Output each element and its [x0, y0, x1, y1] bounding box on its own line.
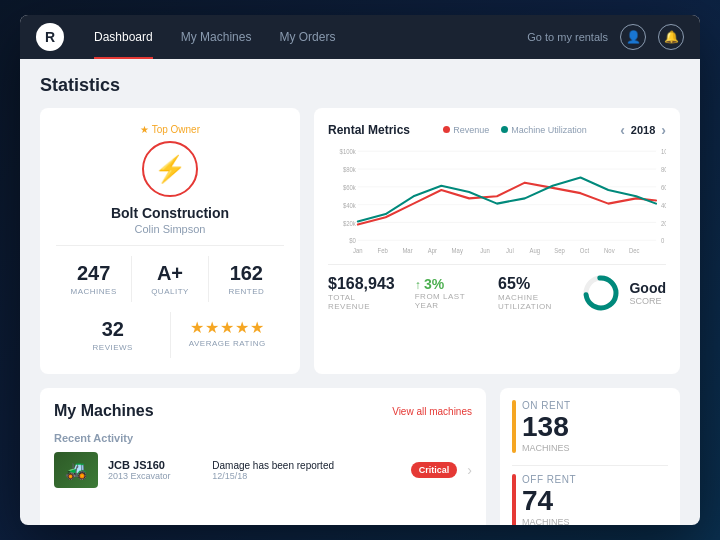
svg-text:$0: $0 — [349, 237, 356, 244]
chart-header: Rental Metrics Revenue Machine Utilizati… — [328, 122, 666, 138]
go-to-rentals[interactable]: Go to my rentals — [527, 31, 608, 43]
nav-machines[interactable]: My Machines — [167, 15, 266, 59]
rent-stats-card: On Rent 138 MACHINES Off Rent 74 MACHINE… — [500, 388, 680, 525]
rented-label: RENTED — [213, 287, 280, 296]
user-icon[interactable]: 👤 — [620, 24, 646, 50]
svg-text:Jan: Jan — [353, 247, 363, 254]
owner-sub: Colin Simpson — [135, 223, 206, 235]
svg-text:Mar: Mar — [402, 247, 412, 254]
statistics-title: Statistics — [40, 75, 680, 96]
bottom-grid: My Machines View all machines Recent Act… — [40, 388, 680, 525]
year-next[interactable]: › — [661, 122, 666, 138]
change-label: FROM LAST YEAR — [415, 292, 478, 310]
divider — [512, 465, 668, 466]
view-all-link[interactable]: View all machines — [392, 406, 472, 417]
machines-label: MACHINES — [60, 287, 127, 296]
activity-title: Recent Activity — [54, 432, 472, 444]
utilization-metric: 65% MACHINE UTILIZATION — [498, 275, 561, 311]
my-machines-header: My Machines View all machines — [54, 402, 472, 420]
chevron-right-icon[interactable]: › — [467, 462, 472, 478]
on-rent-section: On Rent 138 MACHINES — [512, 400, 668, 453]
svg-text:20%: 20% — [661, 219, 666, 226]
damage-date: 12/15/18 — [212, 471, 401, 481]
my-machines-title: My Machines — [54, 402, 154, 420]
chart-title: Rental Metrics — [328, 123, 410, 137]
svg-text:Feb: Feb — [378, 247, 389, 254]
damage-info: Damage has been reported 12/15/18 — [212, 460, 401, 481]
bolt-icon: ⚡ — [142, 141, 198, 197]
machine-info: JCB JS160 2013 Excavator — [108, 459, 202, 481]
svg-text:$100k: $100k — [340, 148, 357, 155]
my-machines-card: My Machines View all machines Recent Act… — [40, 388, 486, 525]
bell-icon[interactable]: 🔔 — [658, 24, 684, 50]
svg-text:Oct: Oct — [580, 247, 590, 254]
reviews-item: 32 REVIEWS — [56, 312, 171, 358]
rating-item: ★★★★★ AVERAGE RATING — [171, 312, 285, 358]
stat-machines: 247 MACHINES — [56, 256, 132, 302]
owner-card: Top Owner ⚡ Bolt Construction Colin Simp… — [40, 108, 300, 374]
svg-text:$40k: $40k — [343, 202, 357, 209]
logo[interactable]: R — [36, 23, 64, 51]
owner-section: Top Owner ⚡ Bolt Construction Colin Simp… — [56, 124, 284, 246]
off-rent-count: 74 — [522, 487, 668, 515]
critical-badge: Critical — [411, 462, 458, 478]
revenue-value: $168,943 — [328, 275, 395, 293]
stat-rented: 162 RENTED — [209, 256, 284, 302]
off-rent-section: Off Rent 74 MACHINES — [512, 474, 668, 525]
nav-links: Dashboard My Machines My Orders — [80, 15, 349, 59]
svg-text:60%: 60% — [661, 184, 666, 191]
total-revenue-metric: $168,943 TOTAL REVENUE — [328, 275, 395, 311]
machines-count: 247 — [60, 262, 127, 285]
chart-card: Rental Metrics Revenue Machine Utilizati… — [314, 108, 680, 374]
year-prev[interactable]: ‹ — [620, 122, 625, 138]
nav-right: Go to my rentals 👤 🔔 — [527, 24, 684, 50]
nav-orders[interactable]: My Orders — [265, 15, 349, 59]
reviews-label: REVIEWS — [60, 343, 166, 352]
svg-text:100%: 100% — [661, 148, 666, 155]
svg-text:Aug: Aug — [529, 247, 540, 254]
change-metric: 3% FROM LAST YEAR — [415, 276, 478, 310]
main-content: Statistics Top Owner ⚡ Bolt Construction… — [20, 59, 700, 525]
quality-value: A+ — [136, 262, 203, 285]
score-sublabel: SCORE — [629, 296, 666, 306]
navbar: R Dashboard My Machines My Orders Go to … — [20, 15, 700, 59]
stat-quality: A+ QUALITY — [132, 256, 208, 302]
svg-text:$60k: $60k — [343, 184, 357, 191]
on-rent-count: 138 — [522, 413, 668, 441]
machine-name: JCB JS160 — [108, 459, 202, 471]
rating-stars: ★★★★★ — [175, 318, 281, 337]
svg-text:Apr: Apr — [428, 247, 437, 254]
utilization-label: MACHINE UTILIZATION — [498, 293, 561, 311]
rented-count: 162 — [213, 262, 280, 285]
top-grid: Top Owner ⚡ Bolt Construction Colin Simp… — [40, 108, 680, 374]
score-donut — [581, 273, 621, 313]
revenue-label: TOTAL REVENUE — [328, 293, 395, 311]
top-owner-badge: Top Owner — [140, 124, 200, 135]
score-text: Good SCORE — [629, 280, 666, 306]
on-rent-sub: MACHINES — [522, 443, 668, 453]
utilization-value: 65% — [498, 275, 561, 293]
nav-dashboard[interactable]: Dashboard — [80, 15, 167, 59]
svg-text:40%: 40% — [661, 202, 666, 209]
off-rent-bar — [512, 474, 516, 525]
svg-text:Sep: Sep — [554, 247, 565, 254]
svg-text:80%: 80% — [661, 166, 666, 173]
owner-name: Bolt Construction — [111, 205, 229, 221]
reviews-count: 32 — [60, 318, 166, 341]
utilization-dot — [501, 126, 508, 133]
revenue-dot — [443, 126, 450, 133]
svg-text:Jul: Jul — [506, 247, 514, 254]
rating-label: AVERAGE RATING — [175, 339, 281, 348]
off-rent-sub: MACHINES — [522, 517, 668, 525]
on-rent-bar — [512, 400, 516, 453]
machine-thumbnail: 🚜 — [54, 452, 98, 488]
year-value: 2018 — [631, 124, 655, 136]
svg-text:$20k: $20k — [343, 219, 357, 226]
change-value: 3% — [415, 276, 478, 292]
svg-text:Dec: Dec — [629, 247, 640, 254]
svg-text:Jun: Jun — [480, 247, 490, 254]
legend-utilization: Machine Utilization — [501, 125, 587, 135]
stats-row: 247 MACHINES A+ QUALITY 162 RENTED — [56, 256, 284, 302]
legend-revenue: Revenue — [443, 125, 489, 135]
chart-svg: $100k $80k $60k $40k $20k $0 100% 80% 60… — [328, 146, 666, 256]
